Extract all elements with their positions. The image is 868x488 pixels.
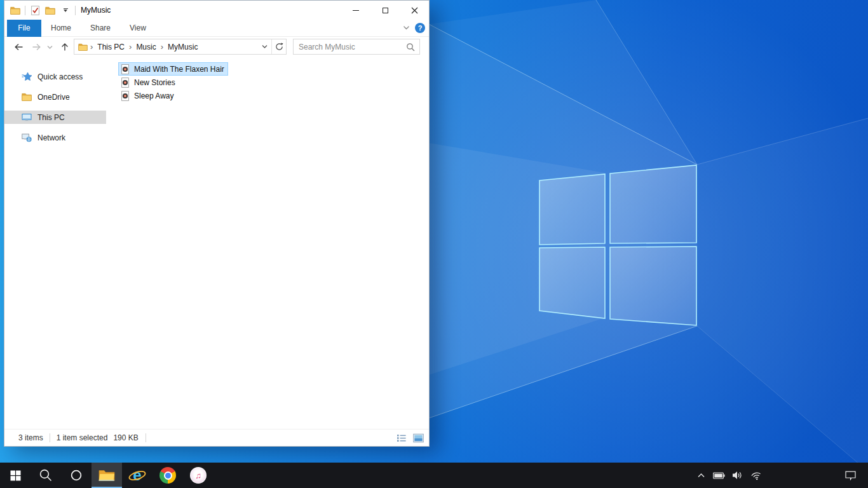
sidebar-item-onedrive[interactable]: OneDrive: [4, 90, 106, 104]
file-name: Maid With The Flaxen Hair: [134, 65, 224, 74]
file-row[interactable]: New Stories: [118, 76, 179, 89]
quick-access-toolbar: [10, 4, 76, 17]
chevron-down-icon: [262, 44, 268, 49]
minimize-button[interactable]: [341, 1, 370, 20]
address-bar[interactable]: › This PC › Music › MyMusic: [74, 39, 287, 55]
expand-ribbon-chevron-icon[interactable]: [403, 25, 410, 30]
file-name: Sleep Away: [134, 92, 174, 100]
qat-separator: [25, 6, 25, 15]
tab-file[interactable]: File: [7, 20, 41, 37]
breadcrumb-this-pc[interactable]: This PC: [95, 43, 126, 51]
address-dropdown-button[interactable]: [257, 39, 271, 54]
breadcrumb-music[interactable]: Music: [134, 43, 158, 51]
file-row[interactable]: Sleep Away: [118, 89, 178, 102]
audio-file-icon: [120, 91, 130, 101]
forward-arrow-icon: [31, 42, 42, 52]
status-divider: [146, 433, 146, 442]
breadcrumb-separator: ›: [88, 42, 95, 51]
refresh-button[interactable]: [272, 39, 286, 54]
volume-tray-button[interactable]: [728, 463, 746, 488]
cortana-button[interactable]: [61, 463, 92, 488]
file-row[interactable]: Maid With The Flaxen Hair: [118, 62, 228, 76]
network-computer-icon: [22, 133, 32, 142]
tab-home[interactable]: Home: [41, 20, 81, 37]
new-folder-qat-icon[interactable]: [44, 4, 56, 17]
onedrive-folder-icon: [22, 93, 32, 101]
help-button[interactable]: ?: [415, 23, 425, 33]
maximize-button[interactable]: [370, 1, 400, 20]
sidebar-item-label: This PC: [37, 113, 65, 122]
recent-locations-button[interactable]: [45, 41, 54, 53]
search-icon: [39, 468, 53, 482]
action-center-button[interactable]: [837, 463, 863, 488]
system-tray: [693, 463, 868, 488]
itunes-button[interactable]: ♫: [183, 463, 214, 488]
window-controls: [341, 1, 429, 20]
chevron-down-icon: [47, 45, 53, 50]
close-button[interactable]: [400, 1, 429, 20]
ribbon-tab-row: File Home Share View ?: [4, 20, 429, 37]
internet-explorer-icon: e: [128, 466, 146, 484]
sidebar-item-this-pc[interactable]: This PC: [4, 111, 106, 124]
file-explorer-window: MyMusic File Home Share View ?: [4, 0, 430, 447]
up-button[interactable]: [58, 41, 71, 53]
tab-share[interactable]: Share: [81, 20, 120, 37]
details-view-button[interactable]: [396, 432, 407, 444]
sidebar-item-label: Network: [37, 133, 65, 142]
item-count: 3 items: [18, 433, 43, 442]
chrome-button[interactable]: [153, 463, 183, 488]
sidebar-item-label: Quick access: [37, 72, 83, 81]
selection-size: 190 KB: [113, 433, 138, 442]
file-explorer-icon: [98, 469, 115, 482]
window-folder-icon: [10, 4, 21, 17]
file-name: New Stories: [134, 78, 175, 87]
navigation-bar: › This PC › Music › MyMusic: [4, 37, 429, 57]
up-arrow-icon: [60, 42, 70, 52]
quick-access-star-icon: [22, 72, 32, 81]
battery-icon: [713, 471, 725, 480]
search-box: [293, 39, 420, 55]
wifi-tray-button[interactable]: [746, 463, 766, 488]
refresh-icon: [275, 42, 284, 51]
start-button[interactable]: [0, 463, 31, 488]
audio-file-icon: [120, 64, 130, 74]
breadcrumb-separator: ›: [126, 42, 134, 51]
taskbar: e ♫: [0, 463, 868, 488]
back-button[interactable]: [12, 41, 25, 53]
wifi-icon: [750, 470, 763, 481]
sidebar-item-label: OneDrive: [37, 93, 70, 102]
properties-qat-icon[interactable]: [29, 4, 41, 17]
breadcrumb-separator: ›: [158, 42, 166, 51]
status-divider: [50, 433, 50, 442]
taskbar-file-explorer-button[interactable]: [92, 463, 122, 488]
sidebar-item-quick-access[interactable]: Quick access: [4, 70, 106, 83]
file-list: Maid With The Flaxen Hair New Stories Sl…: [106, 57, 429, 429]
large-icons-view-button[interactable]: [412, 432, 424, 444]
speaker-icon: [732, 471, 743, 480]
large-icons-view-icon: [413, 433, 424, 443]
search-input[interactable]: [294, 43, 406, 51]
qat-separator: [75, 6, 76, 15]
sidebar-item-network[interactable]: Network: [4, 131, 106, 144]
internet-explorer-button[interactable]: e: [122, 463, 153, 488]
audio-file-icon: [120, 78, 130, 88]
breadcrumb-mymusic[interactable]: MyMusic: [166, 43, 200, 51]
navigation-pane: Quick access OneDrive This PC: [4, 57, 106, 429]
windows-start-icon: [10, 470, 21, 481]
battery-tray-button[interactable]: [709, 463, 728, 488]
desktop: MyMusic File Home Share View ?: [0, 0, 868, 488]
this-pc-monitor-icon: [22, 113, 32, 122]
chevron-up-icon: [697, 472, 705, 478]
forward-button[interactable]: [30, 41, 43, 53]
close-icon: [411, 7, 418, 14]
tab-view[interactable]: View: [120, 20, 156, 37]
minimize-icon: [353, 10, 359, 11]
taskbar-search-button[interactable]: [31, 463, 61, 488]
window-body: Quick access OneDrive This PC: [4, 57, 429, 429]
search-icon[interactable]: [406, 43, 415, 51]
title-bar[interactable]: MyMusic: [4, 1, 429, 20]
customize-qat-dropdown-icon[interactable]: [60, 4, 71, 17]
back-arrow-icon: [13, 42, 24, 52]
show-hidden-icons-button[interactable]: [693, 463, 709, 488]
chrome-icon: [159, 467, 176, 484]
